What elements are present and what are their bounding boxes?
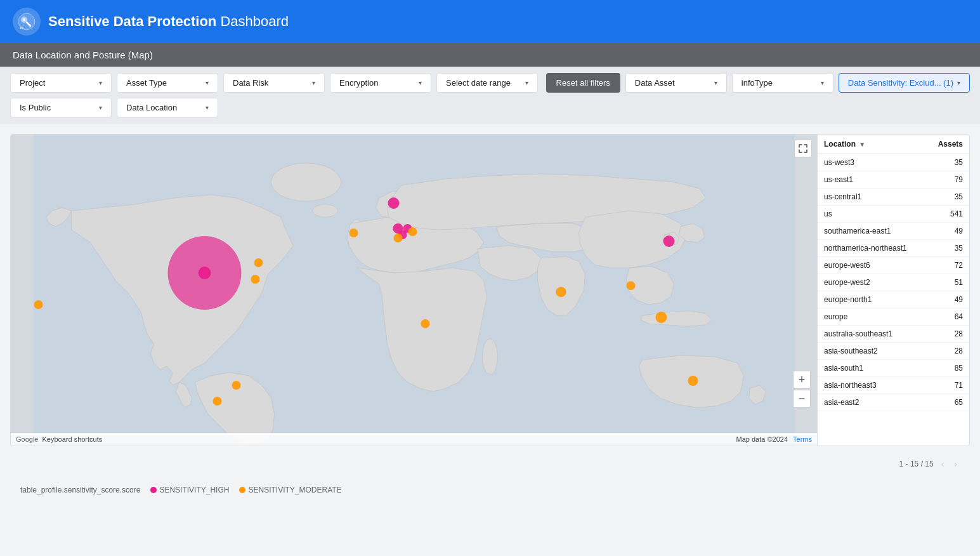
table-row[interactable]: asia-southeast2 28 bbox=[818, 343, 969, 360]
location-cell: northamerica-northeast1 bbox=[818, 240, 926, 257]
sub-header: Data Location and Posture (Map) bbox=[0, 43, 980, 67]
svg-point-2 bbox=[23, 18, 25, 21]
zoom-out-button[interactable]: − bbox=[793, 390, 811, 407]
zoom-in-button[interactable]: + bbox=[793, 371, 811, 388]
map-controls: + − bbox=[793, 371, 811, 407]
reset-filters-button[interactable]: Reset all filters bbox=[546, 73, 620, 93]
table-row[interactable]: us 541 bbox=[818, 206, 969, 223]
filter-data-risk[interactable]: Data Risk ▾ bbox=[223, 73, 325, 93]
location-cell: europe bbox=[818, 308, 926, 326]
assets-cell: 65 bbox=[926, 394, 969, 411]
location-table: Location ▼ Assets us-west3 35 us-east1 7… bbox=[817, 135, 969, 446]
filter-data-asset[interactable]: Data Asset ▾ bbox=[625, 73, 727, 93]
location-cell: asia-east2 bbox=[818, 394, 926, 411]
svg-point-6 bbox=[271, 163, 341, 201]
svg-point-9 bbox=[483, 339, 498, 374]
filter-is-public[interactable]: Is Public ▾ bbox=[10, 98, 112, 117]
svg-point-25 bbox=[556, 287, 566, 297]
svg-point-18 bbox=[350, 228, 358, 237]
col-location-header[interactable]: Location ▼ bbox=[818, 135, 926, 154]
google-logo: Google bbox=[16, 435, 38, 443]
next-page-button[interactable]: › bbox=[951, 458, 960, 470]
app-title: Sensitive Data Protection Dashboard bbox=[48, 13, 289, 30]
location-cell: us-central1 bbox=[818, 189, 926, 206]
world-map-svg bbox=[11, 135, 817, 446]
table-row[interactable]: europe 64 bbox=[818, 308, 969, 326]
map-container: + − Google Keyboard shortcuts Map data ©… bbox=[10, 134, 970, 446]
assets-cell: 85 bbox=[926, 360, 969, 377]
legend-row: table_profile.sensitivity_score.score SE… bbox=[10, 482, 970, 498]
legend-high-dot bbox=[150, 487, 157, 493]
svg-point-29 bbox=[627, 281, 636, 290]
assets-cell: 35 bbox=[926, 240, 969, 257]
location-cell: asia-south1 bbox=[818, 360, 926, 377]
chevron-down-icon: ▾ bbox=[206, 79, 209, 86]
table-row[interactable]: asia-east2 65 bbox=[818, 394, 969, 411]
filter-data-sensitivity[interactable]: Data Sensitivity: Exclud... (1) ▾ bbox=[839, 73, 970, 93]
terms-link[interactable]: Terms bbox=[793, 435, 812, 443]
chevron-down-icon: ▾ bbox=[714, 79, 717, 86]
pagination-row: 1 - 15 / 15 ‹ › bbox=[10, 454, 970, 474]
svg-point-12 bbox=[254, 258, 263, 267]
svg-point-24 bbox=[421, 319, 430, 328]
filter-date-range[interactable]: Select date range ▾ bbox=[436, 73, 538, 93]
assets-cell: 72 bbox=[926, 257, 969, 274]
svg-point-22 bbox=[408, 227, 417, 236]
keyboard-shortcuts[interactable]: Keyboard shortcuts bbox=[42, 435, 102, 443]
location-cell: southamerica-east1 bbox=[818, 223, 926, 240]
map-footer: Google Keyboard shortcuts Map data ©2024… bbox=[11, 433, 817, 446]
pagination-text: 1 - 15 / 15 bbox=[899, 460, 934, 468]
table-row[interactable]: europe-north1 49 bbox=[818, 291, 969, 308]
legend-moderate-dot bbox=[239, 487, 245, 493]
filter-bar: Project ▾ Asset Type ▾ Data Risk ▾ Encry… bbox=[0, 67, 980, 124]
chevron-down-icon: ▾ bbox=[525, 79, 528, 86]
assets-cell: 35 bbox=[926, 154, 969, 171]
col-assets-header[interactable]: Assets bbox=[926, 135, 969, 154]
table-row[interactable]: asia-south1 85 bbox=[818, 360, 969, 377]
map-data-text: Map data ©2024 bbox=[736, 435, 788, 443]
filter-info-type[interactable]: infoType ▾ bbox=[732, 73, 833, 93]
filter-project[interactable]: Project ▾ bbox=[10, 73, 112, 93]
assets-cell: 35 bbox=[926, 189, 969, 206]
table-row[interactable]: australia-southeast1 28 bbox=[818, 326, 969, 343]
legend-high: SENSITIVITY_HIGH bbox=[150, 486, 229, 494]
location-cell: asia-southeast2 bbox=[818, 343, 926, 360]
main-content: + − Google Keyboard shortcuts Map data ©… bbox=[0, 124, 980, 508]
assets-cell: 28 bbox=[926, 343, 969, 360]
svg-point-28 bbox=[688, 376, 698, 386]
table-row[interactable]: us-central1 35 bbox=[818, 189, 969, 206]
table-row[interactable]: europe-west2 51 bbox=[818, 274, 969, 291]
assets-by-location-table: Location ▼ Assets us-west3 35 us-east1 7… bbox=[818, 135, 969, 411]
app-header: 11 Sensitive Data Protection Dashboard bbox=[0, 0, 980, 43]
svg-point-11 bbox=[199, 267, 211, 279]
location-cell: europe-north1 bbox=[818, 291, 926, 308]
table-row[interactable]: asia-northeast3 71 bbox=[818, 377, 969, 394]
table-row[interactable]: us-west3 35 bbox=[818, 154, 969, 171]
location-cell: australia-southeast1 bbox=[818, 326, 926, 343]
page-title: Data Location and Posture (Map) bbox=[13, 50, 153, 60]
location-cell: us-west3 bbox=[818, 154, 926, 171]
map-area[interactable]: + − Google Keyboard shortcuts Map data ©… bbox=[11, 135, 817, 446]
svg-point-14 bbox=[34, 300, 43, 309]
sort-icon: ▼ bbox=[859, 141, 865, 148]
prev-page-button[interactable]: ‹ bbox=[939, 458, 947, 470]
table-row[interactable]: southamerica-east1 49 bbox=[818, 223, 969, 240]
location-cell: us bbox=[818, 206, 926, 223]
table-row[interactable]: us-east1 79 bbox=[818, 171, 969, 189]
table-row[interactable]: europe-west6 72 bbox=[818, 257, 969, 274]
table-row[interactable]: northamerica-northeast1 35 bbox=[818, 240, 969, 257]
svg-point-23 bbox=[394, 234, 403, 242]
filter-asset-type[interactable]: Asset Type ▾ bbox=[117, 73, 218, 93]
assets-cell: 51 bbox=[926, 274, 969, 291]
chevron-down-icon: ▾ bbox=[312, 79, 315, 86]
location-cell: europe-west2 bbox=[818, 274, 926, 291]
location-cell: europe-west6 bbox=[818, 257, 926, 274]
legend-field-label: table_profile.sensitivity_score.score bbox=[20, 486, 140, 494]
chevron-down-icon: ▾ bbox=[419, 79, 422, 86]
filter-encryption[interactable]: Encryption ▾ bbox=[330, 73, 431, 93]
filter-data-location[interactable]: Data Location ▾ bbox=[117, 98, 218, 117]
svg-point-13 bbox=[251, 275, 260, 284]
expand-map-button[interactable] bbox=[794, 140, 812, 157]
assets-cell: 79 bbox=[926, 171, 969, 189]
svg-point-26 bbox=[663, 235, 675, 247]
